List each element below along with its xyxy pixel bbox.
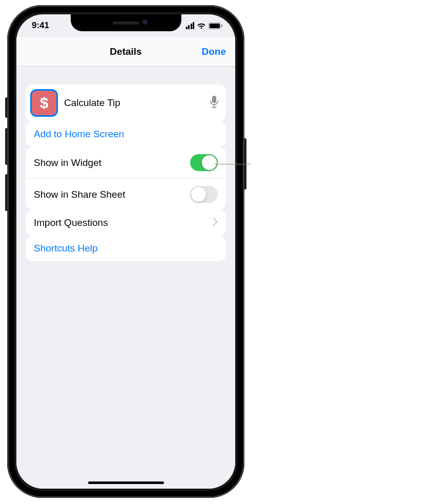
dictate-icon[interactable] [210, 95, 219, 111]
callout-leader-line [214, 164, 251, 164]
content: $ Add to Home Screen [16, 67, 235, 489]
notch [71, 14, 181, 31]
battery-icon [209, 23, 223, 29]
screen: 9:41 Details Done [16, 14, 235, 489]
row-label: Show in Share Sheet [34, 189, 126, 200]
row-label: Import Questions [34, 217, 108, 228]
front-camera [142, 19, 148, 25]
home-screen-section: Add to Home Screen [26, 121, 226, 147]
cellular-signal-icon [186, 22, 195, 29]
shortcuts-help-button[interactable]: Shortcuts Help [26, 236, 226, 261]
add-to-home-screen-button[interactable]: Add to Home Screen [26, 121, 226, 147]
help-section: Shortcuts Help [26, 236, 226, 261]
wifi-icon [197, 23, 206, 29]
home-indicator[interactable] [88, 481, 164, 484]
svg-rect-3 [212, 96, 216, 103]
show-in-widget-toggle[interactable] [190, 154, 218, 171]
show-in-widget-row: Show in Widget [26, 147, 226, 178]
phone-frame: 9:41 Details Done [7, 5, 244, 498]
dollar-icon: $ [40, 94, 49, 112]
chevron-right-icon [213, 217, 218, 228]
page-title: Details [110, 46, 141, 57]
shortcut-name-card: $ [26, 85, 226, 121]
import-section: Import Questions [26, 210, 226, 236]
svg-rect-1 [210, 24, 220, 28]
done-button[interactable]: Done [202, 46, 226, 57]
row-label: Show in Widget [34, 157, 101, 169]
import-questions-button[interactable]: Import Questions [26, 210, 226, 236]
toggle-knob [191, 187, 206, 202]
row-label: Shortcuts Help [34, 243, 98, 254]
shortcut-name-input[interactable] [64, 97, 203, 109]
speaker-grille [113, 22, 139, 25]
show-in-share-sheet-row: Show in Share Sheet [26, 178, 226, 210]
status-indicators [186, 22, 223, 29]
shortcut-icon-button[interactable]: $ [30, 89, 58, 117]
toggle-knob [202, 155, 217, 170]
row-label: Add to Home Screen [34, 129, 124, 140]
visibility-section: Show in Widget Show in Share Sheet [26, 147, 226, 210]
status-time: 9:41 [32, 20, 49, 31]
show-in-share-sheet-toggle[interactable] [190, 186, 218, 203]
svg-rect-2 [221, 25, 222, 27]
nav-bar: Details Done [16, 37, 235, 67]
